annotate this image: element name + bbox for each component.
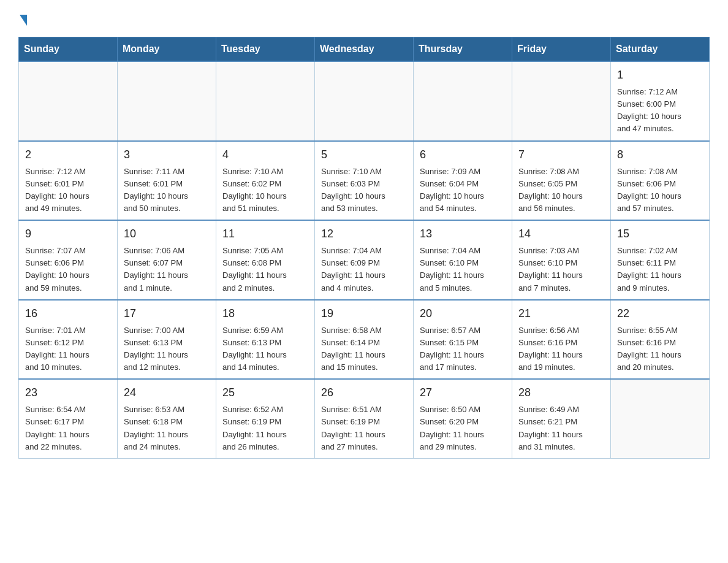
day-number: 22 (617, 305, 703, 322)
calendar-cell: 14Sunrise: 7:03 AM Sunset: 6:10 PM Dayli… (512, 220, 611, 300)
calendar-cell: 6Sunrise: 7:09 AM Sunset: 6:04 PM Daylig… (414, 141, 512, 221)
day-info: Sunrise: 6:54 AM Sunset: 6:17 PM Dayligh… (25, 404, 111, 453)
day-info: Sunrise: 7:11 AM Sunset: 6:01 PM Dayligh… (124, 166, 210, 215)
day-info: Sunrise: 7:12 AM Sunset: 6:01 PM Dayligh… (25, 166, 111, 215)
day-number: 5 (321, 147, 407, 163)
calendar-cell: 11Sunrise: 7:05 AM Sunset: 6:08 PM Dayli… (216, 220, 315, 300)
logo-arrow-icon (20, 15, 27, 26)
calendar-cell: 17Sunrise: 7:00 AM Sunset: 6:13 PM Dayli… (118, 300, 216, 380)
calendar-cell: 3Sunrise: 7:11 AM Sunset: 6:01 PM Daylig… (118, 141, 216, 221)
calendar-cell: 10Sunrise: 7:06 AM Sunset: 6:07 PM Dayli… (118, 220, 216, 300)
calendar-cell: 19Sunrise: 6:58 AM Sunset: 6:14 PM Dayli… (315, 300, 414, 380)
day-info: Sunrise: 7:04 AM Sunset: 6:09 PM Dayligh… (321, 245, 407, 294)
day-number: 20 (420, 305, 506, 322)
day-number: 19 (321, 305, 407, 322)
day-number: 8 (617, 147, 703, 163)
calendar-cell: 4Sunrise: 7:10 AM Sunset: 6:02 PM Daylig… (216, 141, 315, 221)
calendar-cell: 1Sunrise: 7:12 AM Sunset: 6:00 PM Daylig… (611, 61, 710, 141)
day-info: Sunrise: 7:03 AM Sunset: 6:10 PM Dayligh… (518, 245, 604, 294)
day-number: 23 (25, 385, 111, 401)
calendar-week-row: 23Sunrise: 6:54 AM Sunset: 6:17 PM Dayli… (19, 379, 710, 458)
day-number: 1 (617, 67, 703, 83)
calendar-cell: 18Sunrise: 6:59 AM Sunset: 6:13 PM Dayli… (216, 300, 315, 380)
calendar-cell: 9Sunrise: 7:07 AM Sunset: 6:06 PM Daylig… (19, 220, 118, 300)
day-number: 16 (25, 305, 111, 322)
day-number: 7 (518, 147, 604, 163)
day-info: Sunrise: 7:08 AM Sunset: 6:05 PM Dayligh… (518, 166, 604, 215)
day-number: 27 (420, 385, 506, 401)
calendar-cell: 20Sunrise: 6:57 AM Sunset: 6:15 PM Dayli… (414, 300, 512, 380)
calendar-cell (118, 61, 216, 141)
day-number: 14 (518, 226, 604, 242)
day-number: 3 (124, 147, 210, 163)
weekday-header-row: SundayMondayTuesdayWednesdayThursdayFrid… (19, 37, 710, 62)
calendar-cell: 27Sunrise: 6:50 AM Sunset: 6:20 PM Dayli… (414, 379, 512, 458)
day-info: Sunrise: 7:01 AM Sunset: 6:12 PM Dayligh… (25, 324, 111, 374)
calendar-cell: 22Sunrise: 6:55 AM Sunset: 6:16 PM Dayli… (611, 300, 710, 380)
calendar-cell: 12Sunrise: 7:04 AM Sunset: 6:09 PM Dayli… (315, 220, 414, 300)
day-number: 15 (617, 226, 703, 242)
calendar-cell (315, 61, 414, 141)
day-info: Sunrise: 6:50 AM Sunset: 6:20 PM Dayligh… (420, 404, 506, 453)
calendar-week-row: 2Sunrise: 7:12 AM Sunset: 6:01 PM Daylig… (19, 141, 710, 221)
calendar-cell: 15Sunrise: 7:02 AM Sunset: 6:11 PM Dayli… (611, 220, 710, 300)
calendar-table: SundayMondayTuesdayWednesdayThursdayFrid… (18, 37, 710, 459)
day-number: 6 (420, 147, 506, 163)
weekday-header-saturday: Saturday (611, 37, 710, 62)
day-number: 17 (124, 305, 210, 322)
day-number: 24 (124, 385, 210, 401)
weekday-header-monday: Monday (118, 37, 216, 62)
weekday-header-sunday: Sunday (19, 37, 118, 62)
calendar-cell: 26Sunrise: 6:51 AM Sunset: 6:19 PM Dayli… (315, 379, 414, 458)
calendar-cell: 28Sunrise: 6:49 AM Sunset: 6:21 PM Dayli… (512, 379, 611, 458)
day-info: Sunrise: 7:04 AM Sunset: 6:10 PM Dayligh… (420, 245, 506, 294)
day-info: Sunrise: 7:07 AM Sunset: 6:06 PM Dayligh… (25, 245, 111, 294)
calendar-cell: 21Sunrise: 6:56 AM Sunset: 6:16 PM Dayli… (512, 300, 611, 380)
calendar-cell (611, 379, 710, 458)
day-number: 18 (222, 305, 308, 322)
calendar-cell: 25Sunrise: 6:52 AM Sunset: 6:19 PM Dayli… (216, 379, 315, 458)
day-info: Sunrise: 6:57 AM Sunset: 6:15 PM Dayligh… (420, 324, 506, 374)
calendar-cell: 8Sunrise: 7:08 AM Sunset: 6:06 PM Daylig… (611, 141, 710, 221)
calendar-header: SundayMondayTuesdayWednesdayThursdayFrid… (19, 37, 710, 62)
page-header (18, 15, 710, 26)
calendar-body: 1Sunrise: 7:12 AM Sunset: 6:00 PM Daylig… (19, 61, 710, 458)
calendar-cell: 5Sunrise: 7:10 AM Sunset: 6:03 PM Daylig… (315, 141, 414, 221)
day-number: 21 (518, 305, 604, 322)
calendar-week-row: 9Sunrise: 7:07 AM Sunset: 6:06 PM Daylig… (19, 220, 710, 300)
calendar-week-row: 1Sunrise: 7:12 AM Sunset: 6:00 PM Daylig… (19, 61, 710, 141)
day-number: 9 (25, 226, 111, 242)
weekday-header-wednesday: Wednesday (315, 37, 414, 62)
day-number: 10 (124, 226, 210, 242)
day-info: Sunrise: 7:12 AM Sunset: 6:00 PM Dayligh… (617, 86, 703, 136)
day-number: 25 (222, 385, 308, 401)
calendar-cell (414, 61, 512, 141)
day-info: Sunrise: 6:53 AM Sunset: 6:18 PM Dayligh… (124, 404, 210, 453)
day-number: 11 (222, 226, 308, 242)
calendar-cell: 16Sunrise: 7:01 AM Sunset: 6:12 PM Dayli… (19, 300, 118, 380)
day-number: 2 (25, 147, 111, 163)
calendar-cell: 7Sunrise: 7:08 AM Sunset: 6:05 PM Daylig… (512, 141, 611, 221)
day-info: Sunrise: 6:58 AM Sunset: 6:14 PM Dayligh… (321, 324, 407, 374)
day-number: 12 (321, 226, 407, 242)
calendar-cell: 23Sunrise: 6:54 AM Sunset: 6:17 PM Dayli… (19, 379, 118, 458)
calendar-cell: 24Sunrise: 6:53 AM Sunset: 6:18 PM Dayli… (118, 379, 216, 458)
day-number: 28 (518, 385, 604, 401)
day-info: Sunrise: 7:10 AM Sunset: 6:03 PM Dayligh… (321, 166, 407, 215)
day-info: Sunrise: 7:05 AM Sunset: 6:08 PM Dayligh… (222, 245, 308, 294)
day-number: 26 (321, 385, 407, 401)
calendar-cell (512, 61, 611, 141)
day-info: Sunrise: 7:09 AM Sunset: 6:04 PM Dayligh… (420, 166, 506, 215)
day-info: Sunrise: 6:49 AM Sunset: 6:21 PM Dayligh… (518, 404, 604, 453)
logo (18, 15, 28, 26)
calendar-week-row: 16Sunrise: 7:01 AM Sunset: 6:12 PM Dayli… (19, 300, 710, 380)
weekday-header-friday: Friday (512, 37, 611, 62)
calendar-cell: 13Sunrise: 7:04 AM Sunset: 6:10 PM Dayli… (414, 220, 512, 300)
calendar-cell (19, 61, 118, 141)
day-info: Sunrise: 7:06 AM Sunset: 6:07 PM Dayligh… (124, 245, 210, 294)
day-info: Sunrise: 6:55 AM Sunset: 6:16 PM Dayligh… (617, 324, 703, 374)
day-info: Sunrise: 6:56 AM Sunset: 6:16 PM Dayligh… (518, 324, 604, 374)
calendar-cell: 2Sunrise: 7:12 AM Sunset: 6:01 PM Daylig… (19, 141, 118, 221)
weekday-header-thursday: Thursday (414, 37, 512, 62)
day-info: Sunrise: 7:00 AM Sunset: 6:13 PM Dayligh… (124, 324, 210, 374)
